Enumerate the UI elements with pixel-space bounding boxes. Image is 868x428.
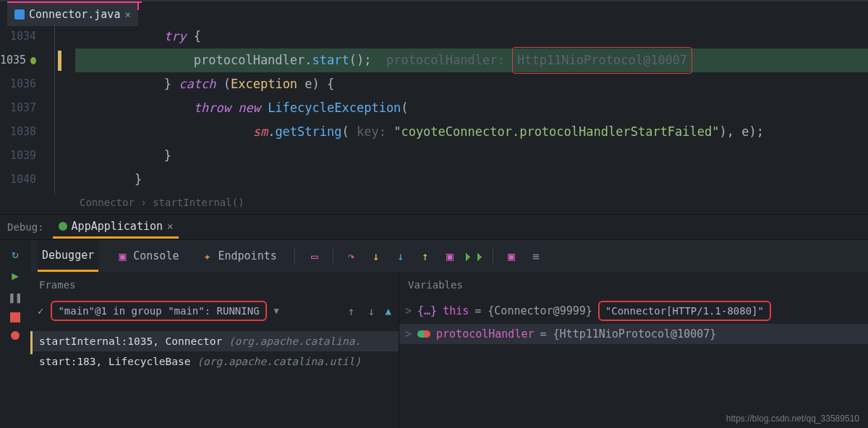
step-into-icon[interactable]: ↓ (370, 249, 383, 262)
tab-endpoints[interactable]: ✦Endpoints (196, 241, 281, 270)
editor-tab-bar: Connector.java × (7, 1, 142, 25)
file-name: Connector.java (29, 8, 120, 21)
next-frame-icon[interactable]: ↓ (365, 304, 378, 317)
code-line[interactable]: } (75, 144, 868, 168)
stop-icon[interactable] (10, 312, 20, 322)
code-editor[interactable]: 1034103510361037103810391040 try { proto… (0, 25, 868, 195)
var-value: = {Http11NioProtocol@10007} (540, 328, 717, 341)
chevron-right-icon[interactable]: > (405, 328, 412, 341)
breadcrumb-class[interactable]: Connector (80, 197, 135, 208)
console-icon: ▣ (116, 249, 129, 262)
code-line[interactable]: } catch (Exception e) { (75, 72, 868, 96)
code-line[interactable]: throw new LifecycleException( (75, 96, 868, 120)
frames-title: Frames (30, 272, 399, 298)
debug-label: Debug: (7, 221, 44, 233)
object-icon: {…} (417, 304, 437, 317)
execution-marker (58, 51, 61, 71)
var-name: protocolHandler (436, 328, 534, 341)
debug-config-tab[interactable]: AppApplication × (53, 216, 179, 239)
evaluate-icon[interactable]: ▣ (505, 249, 518, 262)
code-line[interactable]: } (75, 168, 868, 192)
frame-row[interactable]: startInternal:1035, Connector (org.apach… (30, 331, 399, 351)
inline-value: Http11NioProtocol@10007 (512, 47, 692, 74)
variable-protocol-handler[interactable]: > protocolHandler = {Http11NioProtocol@1… (399, 324, 868, 344)
var-name: this (443, 304, 469, 317)
frame-list[interactable]: startInternal:1035, Connector (org.apach… (30, 331, 399, 372)
watermark: https://blog.csdn.net/qq_33589510 (726, 414, 859, 424)
debug-side-toolbar: ↻ ▶ ❚❚ (0, 240, 30, 428)
variables-panel: Variables > {…} this = {Connector@9999} … (399, 272, 868, 428)
variables-title: Variables (399, 272, 868, 298)
step-over-icon[interactable]: ↷ (345, 249, 358, 262)
run-to-cursor-icon[interactable]: ⏵⏵ (468, 249, 481, 262)
breakpoint-check-icon (30, 57, 36, 64)
more-icon[interactable]: ≡ (529, 249, 542, 262)
debug-header: Debug: AppApplication × (0, 214, 868, 240)
check-icon: ✓ (38, 305, 43, 317)
code-line[interactable]: protocolHandler.start(); protocolHandler… (75, 48, 868, 72)
chevron-down-icon[interactable]: ▼ (274, 306, 279, 316)
file-tab[interactable]: Connector.java × (7, 3, 138, 26)
code-line[interactable]: sm.getString( key: "coyoteConnector.prot… (75, 120, 868, 144)
prev-frame-icon[interactable]: ↑ (345, 304, 358, 317)
close-icon[interactable]: × (167, 221, 173, 232)
frames-panel: Frames ✓ "main"@1 in group "main": RUNNI… (30, 272, 399, 428)
chevron-right-icon[interactable]: > (405, 304, 412, 317)
bug-icon (59, 222, 67, 231)
debug-config-name: AppApplication (72, 220, 163, 233)
force-step-into-icon[interactable]: ↓ (394, 249, 407, 262)
rerun-icon[interactable]: ↻ (9, 247, 22, 260)
var-tostring: "Connector[HTTP/1.1-8080]" (598, 301, 771, 321)
debug-panel: ↻ ▶ ❚❚ Debugger ▣Console ✦Endpoints ▭ ↷ … (0, 240, 868, 428)
pause-icon[interactable]: ❚❚ (9, 291, 22, 304)
thread-status[interactable]: "main"@1 in group "main": RUNNING (51, 301, 266, 321)
step-out-icon[interactable]: ↑ (419, 249, 432, 262)
breadcrumb-method[interactable]: startInternal() (153, 197, 244, 208)
fold-column (45, 25, 75, 195)
java-file-icon (14, 9, 25, 20)
debug-sub-tabs: Debugger ▣Console ✦Endpoints ▭ ↷ ↓ ↓ ↑ ▣… (30, 240, 868, 272)
breakpoints-icon[interactable] (11, 331, 20, 340)
drop-frame-icon[interactable]: ▣ (443, 249, 456, 262)
filter-icon[interactable]: ▲ (386, 305, 391, 317)
variable-this[interactable]: > {…} this = {Connector@9999} "Connector… (399, 298, 868, 324)
frame-row[interactable]: start:183, LifecycleBase (org.apache.cat… (30, 351, 399, 372)
code-line[interactable]: try { (75, 25, 868, 48)
tab-debugger[interactable]: Debugger (38, 241, 98, 272)
resume-icon[interactable]: ▶ (9, 269, 22, 282)
tab-console[interactable]: ▣Console (111, 241, 183, 270)
var-value: = {Connector@9999} (475, 304, 592, 317)
gutter: 1034103510361037103810391040 (0, 25, 45, 195)
endpoints-icon: ✦ (200, 249, 213, 262)
code-area[interactable]: try { protocolHandler.start(); protocolH… (75, 25, 868, 195)
breadcrumb[interactable]: Connector › startInternal() (0, 195, 868, 214)
field-icon (417, 330, 430, 338)
close-icon[interactable]: × (124, 9, 130, 20)
frames-icon[interactable]: ▭ (308, 249, 321, 262)
